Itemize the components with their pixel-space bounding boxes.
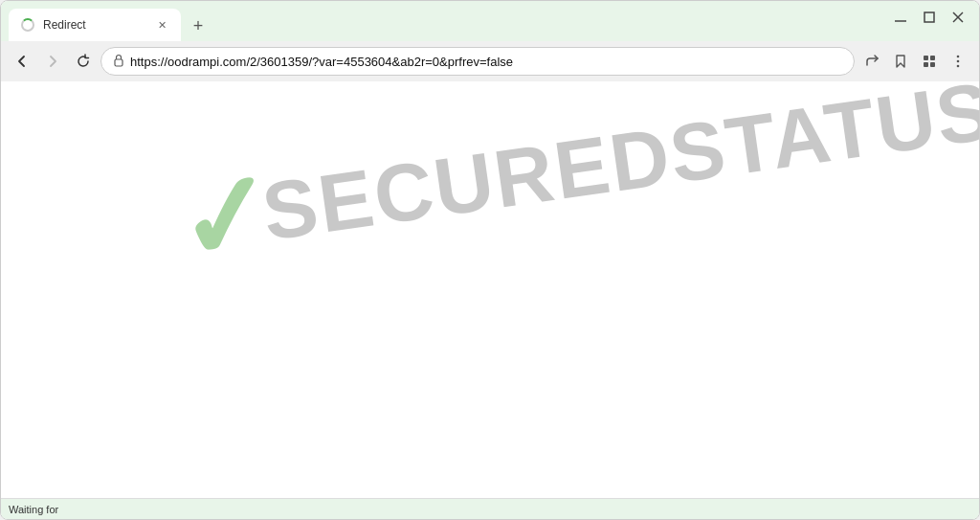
- reload-icon: [76, 54, 91, 69]
- menu-button[interactable]: [945, 48, 971, 75]
- svg-point-10: [957, 56, 960, 58]
- nav-bar: https://oodrampi.com/2/3601359/?var=4553…: [1, 41, 979, 81]
- svg-rect-1: [924, 12, 934, 22]
- watermark: ✓ SECUREDSTATUS: [169, 81, 979, 282]
- bookmark-button[interactable]: [887, 48, 914, 75]
- forward-button[interactable]: [39, 48, 66, 75]
- active-tab[interactable]: Redirect ✕: [9, 9, 181, 41]
- tab-close-button[interactable]: ✕: [154, 17, 169, 33]
- window-controls: [887, 4, 971, 31]
- svg-rect-7: [930, 56, 935, 60]
- svg-point-11: [957, 60, 960, 63]
- minimize-icon: [893, 10, 908, 25]
- tabs-area: Redirect ✕ +: [9, 1, 887, 41]
- close-button[interactable]: [945, 4, 971, 31]
- share-button[interactable]: [858, 48, 885, 75]
- back-arrow-icon: [14, 54, 30, 69]
- status-text: Waiting for: [9, 504, 58, 515]
- new-tab-button[interactable]: +: [185, 12, 212, 39]
- reload-button[interactable]: [70, 48, 97, 75]
- status-bar: Waiting for: [1, 498, 979, 519]
- tab-favicon: [20, 17, 35, 33]
- url-text: https://oodrampi.com/2/3601359/?var=4553…: [130, 55, 842, 69]
- svg-marker-5: [897, 56, 904, 67]
- minimize-button[interactable]: [887, 4, 914, 31]
- browser-window: Redirect ✕ +: [0, 0, 980, 520]
- close-icon: [950, 10, 966, 25]
- svg-rect-8: [924, 62, 928, 67]
- back-button[interactable]: [9, 48, 35, 75]
- extensions-button[interactable]: [916, 48, 943, 75]
- title-bar: Redirect ✕ +: [1, 1, 979, 41]
- share-icon: [864, 54, 880, 69]
- svg-point-12: [957, 65, 960, 68]
- tab-spinner: [21, 18, 34, 32]
- watermark-text: SECUREDSTATUS: [256, 81, 979, 260]
- svg-rect-9: [930, 62, 935, 67]
- forward-arrow-icon: [45, 54, 60, 69]
- extension-icon: [922, 54, 937, 69]
- svg-rect-4: [115, 59, 122, 66]
- nav-right-icons: [858, 48, 971, 75]
- three-dot-menu-icon: [950, 54, 966, 69]
- address-bar[interactable]: https://oodrampi.com/2/3601359/?var=4553…: [100, 47, 855, 76]
- maximize-button[interactable]: [916, 4, 943, 31]
- lock-icon: [113, 54, 124, 70]
- svg-rect-6: [924, 56, 928, 60]
- watermark-check: ✓: [169, 154, 281, 282]
- tab-title: Redirect: [43, 18, 146, 32]
- maximize-icon: [922, 10, 937, 25]
- page-content: ✓ SECUREDSTATUS: [1, 81, 979, 498]
- bookmark-icon: [893, 54, 908, 69]
